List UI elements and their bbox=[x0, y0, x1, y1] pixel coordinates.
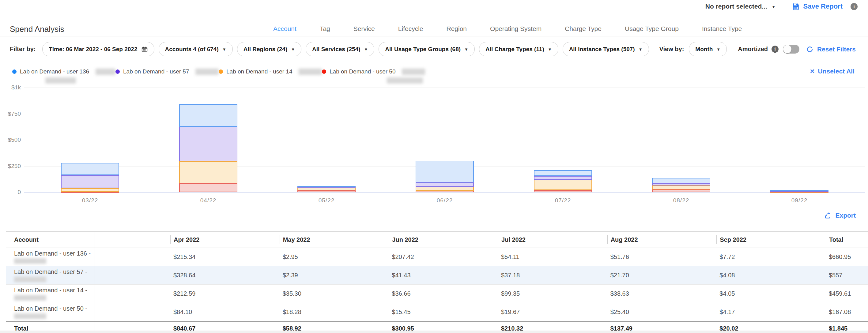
row-total-cell: $167.08 bbox=[826, 308, 868, 315]
legend-dot-icon bbox=[116, 69, 120, 74]
bar-segment[interactable] bbox=[179, 127, 237, 161]
legend-item-1[interactable]: Lab on Demand - user 136 bbox=[12, 68, 116, 75]
value-cell: $38.63 bbox=[607, 290, 717, 297]
redacted-text bbox=[96, 69, 116, 75]
account-cell: Lab on Demand - user 136 - bbox=[6, 248, 95, 266]
amortized-label: Amortized bbox=[738, 45, 768, 53]
filter-pill-accounts[interactable]: Accounts 4 (of 674)▼ bbox=[159, 42, 233, 56]
unselect-all-button[interactable]: ✕ Unselect All bbox=[810, 68, 855, 75]
filter-pill-all[interactable]: All Regions (24)▼ bbox=[237, 42, 301, 56]
bar-segment[interactable] bbox=[61, 175, 119, 188]
tab-charge-type[interactable]: Charge Type bbox=[565, 25, 601, 32]
legend-item-3[interactable]: Lab on Demand - user 14 bbox=[219, 68, 322, 75]
filter-pill-all[interactable]: All Services (254)▼ bbox=[306, 42, 374, 56]
legend-dot-icon bbox=[219, 69, 223, 74]
info-icon[interactable]: i bbox=[850, 3, 858, 10]
save-report-button[interactable]: Save Report bbox=[792, 2, 843, 10]
tab-lifecycle[interactable]: Lifecycle bbox=[398, 25, 423, 32]
legend-item-4[interactable]: Lab on Demand - user 50 bbox=[322, 68, 425, 75]
view-by-dropdown[interactable]: Month ▼ bbox=[689, 42, 727, 56]
redacted-text bbox=[402, 69, 425, 75]
table-row[interactable]: Lab on Demand - user 14 -$212.59$35.30$3… bbox=[6, 285, 868, 303]
legend-row: Lab on Demand - user 136Lab on Demand - … bbox=[0, 63, 868, 85]
value-cell: $4.08 bbox=[716, 272, 826, 279]
row-total-cell: $557 bbox=[826, 272, 868, 279]
legend-item-label: Lab on Demand - user 57 bbox=[123, 68, 189, 75]
info-icon[interactable]: i bbox=[772, 45, 779, 53]
value-cell: $207.42 bbox=[389, 254, 498, 261]
filter-pill-label: All Regions (24) bbox=[244, 46, 288, 53]
legend-item-label: Lab on Demand - user 136 bbox=[20, 68, 89, 75]
x-axis-tick-label: 03/22 bbox=[82, 197, 98, 204]
table-row[interactable]: Lab on Demand - user 57 -$328.64$2.39$41… bbox=[6, 266, 868, 285]
bar-segment[interactable] bbox=[652, 183, 710, 186]
tab-instance-type[interactable]: Instance Type bbox=[702, 25, 742, 32]
gridline-1000 bbox=[24, 88, 865, 88]
value-cell: $21.70 bbox=[607, 272, 717, 279]
bar-segment[interactable] bbox=[534, 170, 592, 176]
redacted-text bbox=[299, 69, 322, 75]
tab-operating-system[interactable]: Operating System bbox=[490, 25, 541, 32]
table-header-row: AccountApr 2022May 2022Jun 2022Jul 2022A… bbox=[6, 232, 868, 248]
tab-region[interactable]: Region bbox=[446, 25, 467, 32]
x-axis-tick-label: 07/22 bbox=[555, 197, 571, 204]
bar-segment[interactable] bbox=[652, 178, 710, 183]
tab-tag[interactable]: Tag bbox=[320, 25, 330, 32]
filter-pill-all[interactable]: All Charge Types (11)▼ bbox=[479, 42, 558, 56]
filter-pill-time[interactable]: Time: 06 Mar 2022 - 06 Sep 2022 bbox=[42, 42, 154, 56]
bar-segment[interactable] bbox=[652, 186, 710, 190]
bar-segment[interactable] bbox=[61, 163, 119, 175]
tab-usage-type-group[interactable]: Usage Type Group bbox=[625, 25, 679, 32]
redacted-text bbox=[14, 258, 46, 264]
column-header-month[interactable]: May 2022 bbox=[280, 235, 389, 244]
tab-account[interactable]: Account bbox=[273, 25, 297, 32]
reset-filters-button[interactable]: Reset Filters bbox=[806, 45, 856, 53]
legend-item-2[interactable]: Lab on Demand - user 57 bbox=[116, 68, 219, 75]
chevron-down-icon: ▼ bbox=[548, 47, 552, 52]
bar-segment[interactable] bbox=[415, 191, 474, 192]
bar-segment[interactable] bbox=[534, 176, 592, 180]
filter-pill-all[interactable]: All Usage Type Groups (68)▼ bbox=[378, 42, 475, 56]
bar-segment[interactable] bbox=[652, 190, 710, 192]
table-row[interactable]: Lab on Demand - user 136 -$215.34$2.95$2… bbox=[6, 248, 868, 266]
bar-segment[interactable] bbox=[179, 104, 237, 127]
amortized-toggle[interactable] bbox=[783, 45, 799, 54]
bar-segment[interactable] bbox=[61, 188, 119, 192]
bar-segment[interactable] bbox=[534, 190, 592, 192]
bar-segment[interactable] bbox=[415, 187, 474, 191]
report-selector-dropdown[interactable]: No report selected... ▼ bbox=[705, 3, 776, 10]
bar-segment[interactable] bbox=[298, 186, 355, 187]
gridline-0 bbox=[24, 192, 865, 193]
bar-segment[interactable] bbox=[61, 192, 119, 193]
bar-segment[interactable] bbox=[298, 190, 355, 192]
bar-segment[interactable] bbox=[770, 190, 829, 191]
redacted-text bbox=[45, 77, 76, 84]
value-cell: $35.30 bbox=[280, 290, 389, 297]
value-cell: $7.72 bbox=[716, 254, 826, 261]
bar-segment[interactable] bbox=[179, 183, 237, 192]
table-row[interactable]: Lab on Demand - user 50 -$84.10$18.28$15… bbox=[6, 303, 868, 321]
filter-pill-label: Accounts 4 (of 674) bbox=[165, 46, 219, 53]
column-header-month[interactable]: Jul 2022 bbox=[498, 235, 607, 244]
bar-segment[interactable] bbox=[534, 180, 592, 190]
spend-analysis-page: No report selected... ▼ Save Report i Sp… bbox=[0, 0, 868, 333]
export-button[interactable]: Export bbox=[824, 212, 856, 219]
bar-segment[interactable] bbox=[415, 161, 474, 182]
tab-service[interactable]: Service bbox=[353, 25, 375, 32]
account-name: Lab on Demand - user 50 - bbox=[14, 305, 95, 312]
save-report-label: Save Report bbox=[803, 2, 843, 10]
bar-segment[interactable] bbox=[179, 161, 237, 184]
horizontal-scrollbar[interactable] bbox=[0, 331, 868, 333]
chart-legend: Lab on Demand - user 136Lab on Demand - … bbox=[12, 68, 425, 75]
redacted-text bbox=[195, 69, 219, 75]
filter-pill-all[interactable]: All Instance Types (507)▼ bbox=[563, 42, 649, 56]
column-header-month[interactable]: Jun 2022 bbox=[389, 235, 498, 244]
bar-segment[interactable] bbox=[415, 182, 474, 187]
column-header-month[interactable]: Sep 2022 bbox=[716, 235, 826, 244]
value-cell: $18.28 bbox=[280, 308, 389, 315]
header-row: Spend Analysis AccountTagServiceLifecycl… bbox=[0, 20, 868, 36]
column-header-month[interactable]: Aug 2022 bbox=[607, 235, 717, 244]
x-axis-tick-label: 05/22 bbox=[318, 197, 335, 204]
column-header-month[interactable]: Apr 2022 bbox=[170, 235, 280, 244]
x-axis-tick-label: 06/22 bbox=[437, 197, 453, 204]
